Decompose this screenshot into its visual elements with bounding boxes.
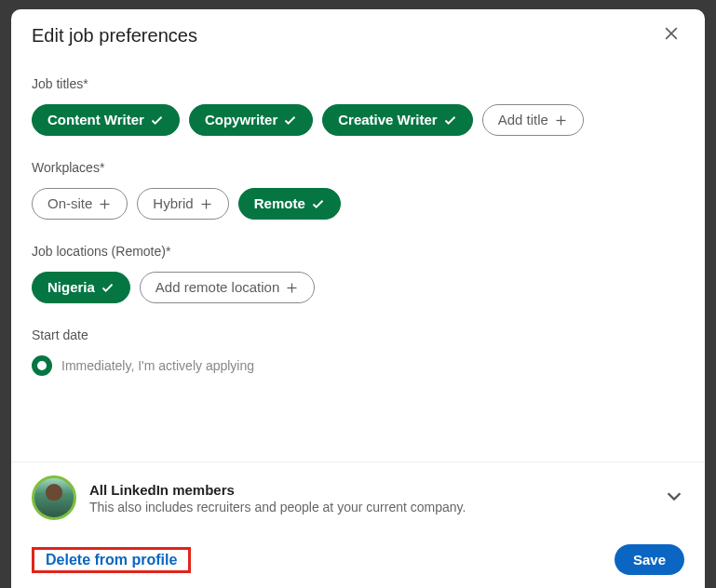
add-title-chip[interactable]: Add title: [482, 104, 584, 136]
chip-label: Add remote location: [155, 279, 279, 296]
radio-selected-icon: [32, 355, 52, 376]
plus-icon: [98, 197, 112, 211]
section-label: Job locations (Remote)*: [32, 244, 684, 259]
workplace-chip-hybrid[interactable]: Hybrid: [137, 188, 228, 220]
avatar: [32, 475, 76, 520]
job-title-chip[interactable]: Copywriter: [189, 104, 313, 136]
check-icon: [150, 114, 164, 127]
visibility-text: All LinkedIn members This also includes …: [89, 482, 651, 514]
visibility-subtitle: This also includes recruiters and people…: [89, 500, 651, 514]
chip-row: Nigeria Add remote location: [32, 272, 684, 303]
edit-job-preferences-modal: Edit job preferences Job titles* Content…: [11, 9, 705, 588]
check-icon: [311, 197, 325, 211]
delete-highlight: Delete from profile: [32, 547, 191, 573]
start-date-option[interactable]: Immediately, I'm actively applying: [32, 355, 684, 376]
check-icon: [101, 281, 115, 295]
modal-header: Edit job preferences: [11, 9, 705, 60]
workplace-chip-onsite[interactable]: On-site: [32, 188, 128, 220]
section-label: Start date: [32, 327, 684, 342]
close-button[interactable]: [658, 22, 684, 48]
section-label: Job titles*: [32, 76, 684, 91]
chip-row: Content Writer Copywriter Creative Write…: [32, 104, 684, 136]
job-titles-section: Job titles* Content Writer Copywriter Cr…: [32, 76, 684, 136]
add-location-chip[interactable]: Add remote location: [140, 272, 315, 303]
start-date-section: Start date Immediately, I'm actively app…: [32, 327, 684, 376]
visibility-title: All LinkedIn members: [89, 482, 651, 498]
job-title-chip[interactable]: Creative Writer: [322, 104, 472, 136]
check-icon: [283, 114, 297, 127]
job-locations-section: Job locations (Remote)* Nigeria Add remo…: [32, 244, 684, 303]
workplace-chip-remote[interactable]: Remote: [238, 188, 341, 220]
plus-icon: [199, 197, 213, 211]
chip-row: On-site Hybrid Remote: [32, 188, 684, 220]
workplaces-section: Workplaces* On-site Hybrid Remote: [32, 160, 684, 220]
plus-icon: [554, 114, 568, 127]
chevron-down-icon: [664, 486, 684, 510]
close-icon: [662, 24, 681, 47]
chip-label: Copywriter: [205, 112, 277, 128]
chip-label: Content Writer: [47, 112, 144, 128]
plus-icon: [285, 281, 299, 295]
section-label: Workplaces*: [32, 160, 684, 175]
save-button[interactable]: Save: [615, 544, 684, 575]
delete-from-profile-link[interactable]: Delete from profile: [38, 546, 184, 573]
chip-label: Creative Writer: [338, 112, 437, 128]
chip-label: Remote: [254, 195, 305, 212]
modal-title: Edit job preferences: [32, 25, 197, 47]
chip-label: Nigeria: [47, 279, 95, 296]
location-chip[interactable]: Nigeria: [32, 272, 130, 303]
chip-label: Add title: [498, 112, 548, 128]
chip-label: Hybrid: [153, 195, 193, 212]
modal-footer: Delete from profile Save: [11, 533, 705, 588]
check-icon: [443, 114, 457, 127]
job-title-chip[interactable]: Content Writer: [32, 104, 180, 136]
visibility-row[interactable]: All LinkedIn members This also includes …: [11, 461, 705, 533]
modal-body[interactable]: Job titles* Content Writer Copywriter Cr…: [11, 60, 705, 461]
radio-label: Immediately, I'm actively applying: [61, 358, 254, 373]
chip-label: On-site: [47, 195, 92, 212]
